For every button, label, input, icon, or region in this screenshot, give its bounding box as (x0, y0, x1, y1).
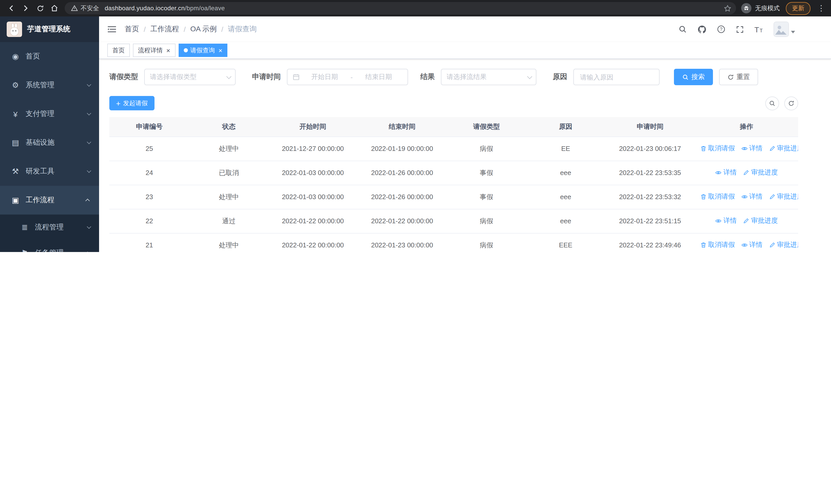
edit-icon (743, 169, 750, 176)
breadcrumb-item[interactable]: 首页 (125, 25, 139, 34)
apply-time-label: 申请时间 (252, 72, 281, 82)
sidebar-item-workflow[interactable]: ▣工作流程 (0, 186, 99, 214)
chevron-down-icon (226, 73, 231, 79)
sidebar-item-home[interactable]: ◉首页 (0, 42, 99, 71)
breadcrumb-separator: / (221, 25, 223, 33)
reset-button-label: 重置 (737, 72, 750, 82)
home-icon[interactable] (47, 1, 62, 16)
forward-icon[interactable] (19, 1, 33, 16)
browser-menu-icon[interactable]: ⋮ (815, 4, 827, 13)
tab-home[interactable]: 首页 (107, 43, 130, 57)
back-icon[interactable] (4, 1, 19, 16)
close-icon[interactable]: × (219, 47, 222, 54)
sidebar-item-system[interactable]: ⚙系统管理 (0, 71, 99, 99)
sidebar-item-infrastructure[interactable]: ▤基础设施 (0, 128, 99, 157)
cell-end-time: 2022-01-23 00:00:00 (357, 233, 447, 252)
cell-start-time: 2022-01-03 00:00:00 (268, 185, 357, 209)
app-logo[interactable]: 芋道管理系统 (0, 17, 99, 42)
table-body: 25处理中2021-12-27 00:00:002022-01-19 00:00… (109, 137, 798, 252)
sidebar-item-label: 研发工具 (26, 167, 87, 176)
op-label: 取消请假 (708, 240, 735, 250)
op-detail-link[interactable]: 详情 (741, 240, 763, 250)
tabs-bar: 首页流程详情×请假查询× (99, 42, 831, 59)
close-icon[interactable]: × (166, 47, 170, 54)
apply-time-range-picker[interactable]: 开始日期 - 结束日期 (287, 69, 408, 85)
column-header: 申请时间 (605, 117, 695, 137)
edit-icon (769, 194, 775, 200)
toggle-search-icon[interactable] (765, 96, 779, 110)
cell-start-time: 2022-01-22 00:00:00 (268, 233, 357, 252)
user-menu[interactable] (774, 22, 795, 37)
cell-end-time: 2022-01-26 00:00:00 (357, 185, 447, 209)
active-tab-dot (183, 48, 188, 52)
search-button[interactable]: 搜索 (674, 69, 713, 85)
font-size-icon[interactable]: TT (754, 25, 763, 34)
op-progress-link[interactable]: 审批进度 (769, 240, 798, 250)
op-detail-link[interactable]: 详情 (715, 216, 737, 226)
tab-leave-query[interactable]: 请假查询× (178, 43, 227, 57)
github-icon[interactable] (697, 25, 706, 34)
breadcrumb: 首页/工作流程/OA 示例/请假查询 (125, 25, 257, 34)
op-progress-link[interactable]: 审批进度 (743, 168, 778, 177)
breadcrumb-item[interactable]: OA 示例 (191, 25, 217, 34)
op-label: 详情 (723, 168, 737, 177)
cell-reason: eee (526, 209, 605, 233)
list-icon: ≣ (20, 223, 30, 232)
op-label: 审批进度 (777, 192, 798, 202)
security-chip[interactable]: 不安全 (71, 4, 105, 12)
sidebar-item-payment[interactable]: ¥支付管理 (0, 99, 99, 128)
chevron-down-icon (87, 225, 91, 229)
op-progress-link[interactable]: 审批进度 (769, 192, 798, 202)
op-progress-link[interactable]: 审批进度 (769, 144, 798, 153)
range-separator: - (348, 73, 355, 81)
cell-status: 处理中 (189, 185, 268, 209)
breadcrumb-item[interactable]: 工作流程 (150, 25, 179, 34)
op-detail-link[interactable]: 详情 (741, 144, 763, 153)
url-path: /bpm/oa/leave (185, 5, 225, 12)
bookmark-star-icon[interactable] (721, 2, 734, 14)
create-leave-button[interactable]: + 发起请假 (109, 96, 154, 110)
cell-apply-id: 24 (109, 161, 189, 185)
op-cancel-link[interactable]: 取消请假 (700, 144, 735, 153)
sidebar-item-label: 系统管理 (26, 81, 87, 90)
op-detail-link[interactable]: 详情 (715, 168, 737, 177)
sidebar-item-process-management[interactable]: ≣流程管理 (0, 214, 99, 240)
search-icon[interactable] (678, 25, 687, 33)
cell-start-time: 2021-12-27 00:00:00 (268, 137, 357, 161)
sidebar-item-devtools[interactable]: ⚒研发工具 (0, 157, 99, 186)
op-label: 详情 (749, 240, 763, 250)
sidebar-item-label: 支付管理 (26, 109, 87, 119)
reset-button[interactable]: 重置 (719, 69, 758, 85)
sidebar-item-task-management[interactable]: ⚑任务管理 (0, 240, 99, 252)
sidebar-collapse-icon[interactable] (107, 25, 120, 33)
column-header: 申请编号 (109, 117, 189, 137)
tab-label: 首页 (112, 46, 125, 55)
browser-chrome: 不安全 dashboard.yudao.iocoder.cn/bpm/oa/le… (0, 0, 831, 17)
reload-icon[interactable] (33, 1, 47, 16)
cell-end-time: 2022-01-22 00:00:00 (357, 209, 447, 233)
op-cancel-link[interactable]: 取消请假 (700, 192, 735, 202)
leave-type-select[interactable]: 请选择请假类型 (144, 69, 236, 85)
eye-icon (741, 242, 748, 248)
eye-icon (741, 145, 748, 152)
op-cancel-link[interactable]: 取消请假 (700, 240, 735, 250)
leave-table: 申请编号状态开始时间结束时间请假类型原因申请时间操作 25处理中2021-12-… (109, 117, 798, 252)
cell-leave-type: 病假 (447, 137, 526, 161)
help-icon[interactable]: ? (717, 25, 725, 33)
browser-update-button[interactable]: 更新 (786, 2, 810, 14)
fullscreen-icon[interactable] (736, 25, 744, 33)
address-bar[interactable]: 不安全 dashboard.yudao.iocoder.cn/bpm/oa/le… (65, 2, 736, 14)
tab-process-detail[interactable]: 流程详情× (133, 43, 175, 57)
cell-apply-id: 23 (109, 185, 189, 209)
op-progress-link[interactable]: 审批进度 (743, 216, 778, 226)
url-domain: dashboard.yudao.iocoder.cn (105, 5, 185, 12)
reason-input[interactable] (579, 72, 654, 81)
chevron-down-icon (87, 169, 91, 173)
trash-icon (700, 242, 707, 248)
op-label: 审批进度 (751, 168, 778, 177)
cell-apply-time: 2022-01-22 23:49:46 (605, 233, 695, 252)
result-select[interactable]: 请选择流结果 (441, 69, 536, 85)
op-detail-link[interactable]: 详情 (741, 192, 763, 202)
incognito-label: 无痕模式 (755, 4, 780, 12)
refresh-table-icon[interactable] (784, 96, 798, 110)
